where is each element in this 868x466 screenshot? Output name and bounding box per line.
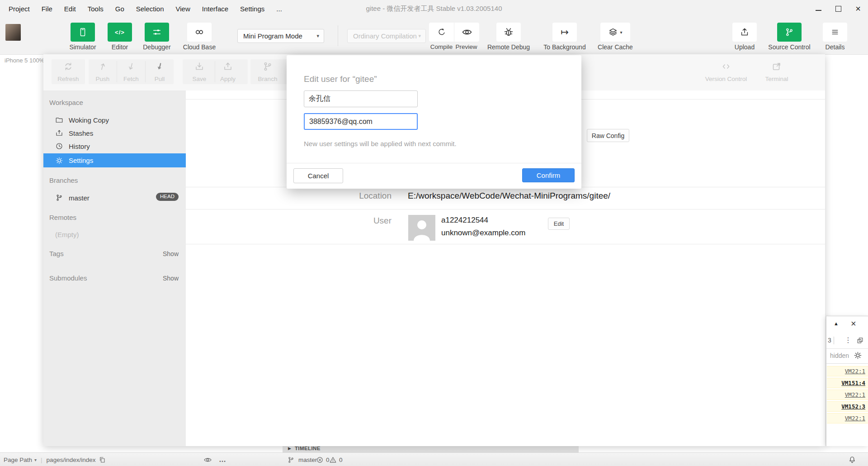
- version-control-button[interactable]: Version Control: [701, 61, 751, 82]
- mode-select[interactable]: Mini Program Mode ▾: [237, 29, 324, 43]
- bell-icon[interactable]: [848, 453, 856, 466]
- git-push-button[interactable]: Push: [88, 61, 117, 82]
- menu-settings[interactable]: Settings: [234, 5, 270, 13]
- user-name-input[interactable]: [304, 90, 418, 107]
- sidebar-item-settings[interactable]: Settings: [43, 153, 186, 167]
- pull-arrow-icon: [154, 61, 165, 73]
- to-background-button[interactable]: ↦ To Background: [540, 23, 590, 51]
- sidebar-item-stashes[interactable]: Stashes: [43, 126, 186, 140]
- upload-button[interactable]: Upload: [726, 23, 764, 51]
- warnings-indicator[interactable]: 0: [329, 453, 343, 466]
- maximize-button[interactable]: [828, 0, 848, 17]
- tags-show-link[interactable]: Show: [163, 250, 179, 257]
- git-fetch-button[interactable]: Fetch: [117, 61, 146, 82]
- branch-icon[interactable]: [287, 453, 295, 466]
- remotes-empty-label: (Empty): [55, 231, 79, 238]
- git-sidebar: Workspace Woking Copy Stashes History: [43, 90, 186, 446]
- git-branch-button[interactable]: Branch: [253, 61, 282, 82]
- close-button[interactable]: ×: [848, 0, 868, 17]
- menu-edit[interactable]: Edit: [58, 5, 82, 13]
- copy-icon[interactable]: [99, 456, 106, 463]
- hamburger-icon: [830, 28, 840, 37]
- maximize-icon: [835, 6, 841, 12]
- source-link[interactable]: VM152:3: [841, 403, 868, 410]
- git-apply-button[interactable]: Apply: [213, 61, 242, 82]
- preview-button[interactable]: [454, 23, 479, 42]
- overlapping-windows-icon[interactable]: [856, 337, 864, 344]
- git-pull-button[interactable]: Pull: [145, 61, 174, 82]
- close-icon: ×: [855, 4, 861, 13]
- console-filter-bar: hidden: [826, 348, 868, 364]
- minimize-icon: [816, 10, 821, 11]
- console-warning-row: VM22:1: [827, 366, 868, 376]
- source-link[interactable]: VM22:1: [845, 368, 868, 375]
- details-button[interactable]: Details: [816, 23, 854, 51]
- menu-interface[interactable]: Interface: [196, 5, 234, 13]
- menu-view[interactable]: View: [170, 5, 196, 13]
- gear-icon[interactable]: [854, 351, 862, 360]
- raw-config-button[interactable]: Raw Config: [587, 129, 629, 142]
- filter-text[interactable]: hidden: [830, 352, 849, 359]
- console-warning-row: VM152:3: [827, 401, 868, 412]
- push-arrow-icon: [97, 61, 108, 73]
- menu-selection[interactable]: Selection: [130, 5, 170, 13]
- editor-button[interactable]: </> Editor: [101, 23, 139, 51]
- gear-icon: [55, 157, 63, 165]
- external-terminal-icon: [771, 61, 782, 73]
- sidebar-item-working-copy[interactable]: Woking Copy: [43, 113, 186, 127]
- debugger-button[interactable]: Debugger: [138, 23, 176, 51]
- upload-icon: [740, 27, 750, 37]
- menu-more[interactable]: ...: [270, 5, 288, 13]
- apply-tray-icon: [222, 61, 233, 73]
- submodules-show-link[interactable]: Show: [163, 275, 179, 282]
- chevron-down-icon: ▾: [34, 457, 37, 462]
- source-link[interactable]: VM22:1: [845, 415, 868, 422]
- user-email-input[interactable]: [304, 113, 418, 130]
- warning-count: 0: [339, 456, 343, 463]
- source-link[interactable]: VM151:4: [841, 380, 868, 386]
- minimize-button[interactable]: [808, 0, 828, 17]
- menu-go[interactable]: Go: [109, 5, 130, 13]
- kebab-menu-icon[interactable]: ⋮: [844, 336, 852, 344]
- menu-file[interactable]: File: [36, 5, 58, 13]
- compile-mode-select[interactable]: Ordinary Compilation ▾: [347, 29, 426, 43]
- git-refresh-button[interactable]: Refresh: [54, 61, 83, 82]
- cancel-button[interactable]: Cancel: [293, 168, 343, 183]
- branch-name[interactable]: master: [296, 453, 317, 466]
- confirm-button[interactable]: Confirm: [522, 168, 575, 182]
- remotes-section-label: Remotes: [49, 214, 76, 221]
- sliders-icon: [152, 27, 162, 37]
- menu-project[interactable]: Project: [3, 5, 36, 13]
- remote-debug-button[interactable]: Remote Debug: [484, 23, 533, 51]
- terminal-button[interactable]: Terminal: [761, 61, 793, 82]
- device-selector[interactable]: iPhone 5 100%: [5, 57, 44, 64]
- edit-user-button[interactable]: Edit: [548, 218, 570, 230]
- menu-tools[interactable]: Tools: [82, 5, 109, 13]
- console-warning-row: VM22:1: [827, 390, 868, 400]
- git-save-button[interactable]: Save: [185, 61, 214, 82]
- sidebar-item-history[interactable]: History: [43, 139, 186, 153]
- compile-button[interactable]: [429, 23, 454, 42]
- menubar: Project File Edit Tools Go Selection Vie…: [3, 0, 288, 17]
- branch-icon: [784, 27, 794, 37]
- more-icon[interactable]: …: [219, 453, 226, 466]
- dock-expand-icon[interactable]: ▲: [834, 321, 839, 326]
- page-path-selector[interactable]: Page Path: [4, 456, 32, 463]
- code-icon: </>: [115, 29, 125, 36]
- source-link[interactable]: VM22:1: [845, 391, 868, 398]
- head-badge: HEAD: [156, 193, 179, 201]
- console-panel: ▲ × 3 ⋮ hidden VM22:1 VM151:4 VM22:1 VM1…: [826, 316, 868, 446]
- simulator-button[interactable]: Simulator: [64, 23, 102, 51]
- clear-cache-button[interactable]: ▾ Clear Cache: [590, 23, 640, 51]
- console-close-icon[interactable]: ×: [851, 319, 856, 329]
- git-user-email: unknown@example.com: [441, 228, 525, 238]
- source-control-button[interactable]: Source Control: [764, 23, 814, 51]
- cloud-base-button[interactable]: Cloud Base: [180, 23, 218, 51]
- sidebar-item-branch-master[interactable]: master HEAD: [43, 191, 186, 204]
- user-avatar[interactable]: [5, 24, 21, 41]
- errors-indicator[interactable]: 0: [316, 453, 330, 466]
- workspace-section-label: Workspace: [49, 99, 83, 106]
- compile-refresh-icon: [437, 27, 447, 37]
- wechat-devtools-window: Project File Edit Tools Go Selection Vie…: [0, 0, 868, 466]
- eye-icon[interactable]: [203, 453, 212, 466]
